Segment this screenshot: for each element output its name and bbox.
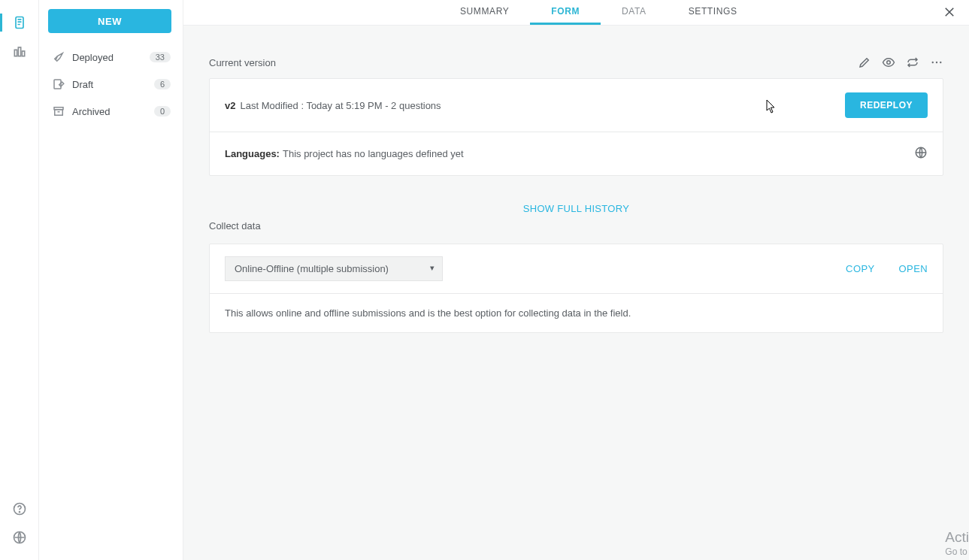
languages-row: Languages: This project has no languages…: [210, 132, 943, 175]
tab-data[interactable]: DATA: [601, 0, 668, 25]
help-icon[interactable]: [11, 503, 29, 521]
current-version-card: v2 Last Modified : Today at 5:19 PM - 2 …: [209, 78, 943, 176]
svg-point-12: [936, 62, 937, 63]
tab-summary[interactable]: SUMMARY: [439, 0, 530, 25]
library-icon[interactable]: [11, 42, 29, 60]
tab-settings[interactable]: SETTINGS: [668, 0, 759, 25]
svg-point-10: [887, 61, 891, 65]
open-button[interactable]: OPEN: [899, 263, 928, 274]
redeploy-button[interactable]: REDEPLOY: [845, 92, 928, 118]
replace-icon[interactable]: [906, 56, 919, 69]
svg-point-13: [940, 62, 941, 63]
draft-count: 6: [154, 79, 171, 89]
deployed-icon: [51, 50, 66, 65]
activate-windows-watermark: Acti Go to: [945, 529, 969, 557]
collect-data-card: Online-Offline (multiple submission) COP…: [209, 244, 943, 333]
new-button[interactable]: NEW: [48, 9, 171, 33]
svg-point-5: [19, 512, 20, 513]
archived-label: Archived: [72, 106, 154, 117]
main-content: SUMMARY FORM DATA SETTINGS Current versi…: [183, 0, 969, 560]
globe-icon[interactable]: [914, 146, 928, 162]
version-text: Last Modified : Today at 5:19 PM - 2 que…: [240, 100, 441, 111]
version-tag: v2: [225, 100, 235, 111]
copy-button[interactable]: COPY: [846, 263, 874, 274]
collect-row: Online-Offline (multiple submission) COP…: [210, 244, 943, 293]
collect-data-title: Collect data: [209, 220, 943, 232]
content: Current version v2 Last Modified : T: [183, 26, 969, 333]
svg-rect-1: [14, 50, 17, 56]
version-actions: [858, 56, 943, 69]
current-version-header: Current version: [209, 56, 943, 69]
languages-text: This project has no languages defined ye…: [283, 148, 464, 159]
version-row: v2 Last Modified : Today at 5:19 PM - 2 …: [210, 79, 943, 132]
archived-count: 0: [154, 106, 171, 117]
icon-rail: [0, 0, 39, 560]
sidebar-item-archived[interactable]: Archived 0: [48, 98, 174, 125]
close-icon[interactable]: [942, 5, 957, 20]
archived-icon: [51, 104, 66, 119]
sidebar-item-draft[interactable]: Draft 6: [48, 71, 174, 98]
svg-rect-3: [22, 51, 24, 56]
edit-icon[interactable]: [858, 56, 871, 69]
draft-label: Draft: [72, 79, 154, 90]
draft-icon: [51, 77, 66, 92]
source-icon[interactable]: [11, 531, 29, 549]
deployed-count: 33: [150, 52, 171, 62]
tab-form[interactable]: FORM: [530, 0, 601, 25]
collect-mode-select[interactable]: Online-Offline (multiple submission): [225, 256, 443, 281]
preview-icon[interactable]: [882, 56, 895, 69]
languages-label: Languages:: [225, 148, 280, 159]
watermark-line1: Acti: [945, 529, 969, 546]
more-icon[interactable]: [930, 56, 943, 69]
watermark-line2: Go to: [945, 546, 969, 557]
deployed-label: Deployed: [72, 52, 150, 63]
forms-icon[interactable]: [11, 14, 29, 32]
sidebar-item-deployed[interactable]: Deployed 33: [48, 44, 174, 71]
svg-point-11: [932, 62, 934, 63]
current-version-title: Current version: [209, 57, 276, 68]
show-full-history-link[interactable]: SHOW FULL HISTORY: [209, 203, 943, 214]
rail-active-indicator: [0, 14, 2, 32]
collect-description: This allows online and offline submissio…: [210, 293, 943, 332]
svg-rect-2: [18, 47, 20, 56]
sidebar: NEW Deployed 33 Draft 6 Archived 0: [39, 0, 183, 560]
tabs-bar: SUMMARY FORM DATA SETTINGS: [183, 0, 969, 26]
